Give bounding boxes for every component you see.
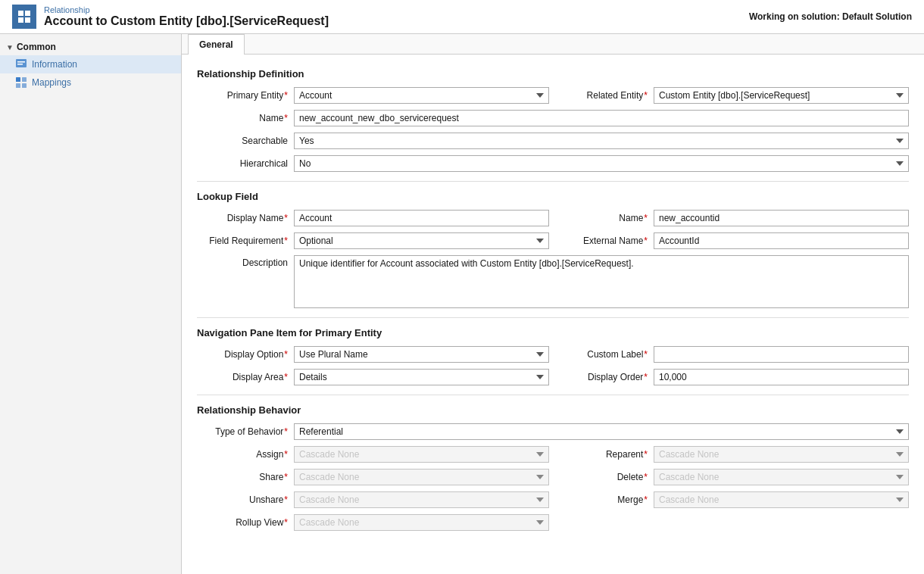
- display-area-col: Display Area* Details: [197, 369, 549, 385]
- unshare-select[interactable]: Cascade None: [294, 491, 549, 508]
- description-textarea[interactable]: Unique identifier for Account associated…: [294, 255, 909, 308]
- share-delete-row: Share* Cascade None Delete*: [197, 469, 909, 485]
- display-area-select[interactable]: Details: [294, 369, 549, 385]
- sidebar-item-information[interactable]: Information: [0, 55, 181, 73]
- delete-col: Delete* Cascade None: [557, 469, 909, 485]
- svg-rect-0: [18, 11, 23, 16]
- delete-label: Delete*: [557, 472, 648, 482]
- display-order-control: [654, 369, 909, 385]
- header-left: Relationship Account to Custom Entity [d…: [12, 5, 329, 29]
- lookup-name-control: [654, 210, 909, 226]
- lookup-name-col: Name*: [557, 210, 909, 226]
- display-name-input[interactable]: [294, 210, 549, 226]
- external-name-col: External Name*: [557, 232, 909, 249]
- custom-label-control: [654, 346, 909, 363]
- display-option-label: Display Option*: [197, 349, 288, 360]
- assign-label: Assign*: [197, 449, 288, 460]
- lookup-name-input[interactable]: [654, 210, 909, 226]
- unshare-col: Unshare* Cascade None: [197, 491, 549, 508]
- sidebar-section-header: ▼ Common: [0, 37, 181, 55]
- svg-rect-10: [22, 83, 27, 88]
- merge-label: Merge*: [557, 494, 648, 505]
- sidebar: ▼ Common Information Mappings: [0, 34, 182, 574]
- primary-entity-label: Primary Entity*: [197, 90, 288, 101]
- assign-reparent-row: Assign* Cascade None Reparent*: [197, 446, 909, 463]
- type-of-behavior-row: Type of Behavior* Referential: [197, 423, 909, 440]
- merge-col: Merge* Cascade None: [557, 491, 909, 508]
- related-entity-label: Related Entity*: [557, 90, 648, 101]
- unshare-merge-row: Unshare* Cascade None Merge*: [197, 491, 909, 508]
- primary-entity-select[interactable]: Account: [294, 87, 549, 104]
- display-option-col: Display Option* Use Plural Name: [197, 346, 549, 363]
- svg-rect-3: [25, 17, 30, 23]
- mappings-icon: [15, 76, 27, 89]
- lookup-name-label: Name*: [557, 213, 648, 223]
- name-input[interactable]: [294, 110, 909, 126]
- hierarchical-select[interactable]: No: [294, 155, 909, 172]
- primary-entity-col: Primary Entity* Account: [197, 87, 549, 104]
- description-label: Description: [197, 255, 288, 268]
- delete-control: Cascade None: [654, 469, 909, 485]
- merge-select[interactable]: Cascade None: [654, 491, 909, 508]
- display-option-custom-label-row: Display Option* Use Plural Name Custom L…: [197, 346, 909, 363]
- lookup-field-title: Lookup Field: [197, 191, 909, 202]
- display-area-label: Display Area*: [197, 372, 288, 382]
- delete-select[interactable]: Cascade None: [654, 469, 909, 485]
- svg-rect-6: [17, 64, 23, 65]
- solution-label: Working on solution: Default Solution: [749, 11, 912, 22]
- field-req-external-row: Field Requirement* Optional External Nam…: [197, 232, 909, 249]
- field-requirement-col: Field Requirement* Optional: [197, 232, 549, 249]
- navigation-pane-title: Navigation Pane Item for Primary Entity: [197, 327, 909, 338]
- share-select[interactable]: Cascade None: [294, 469, 549, 485]
- type-of-behavior-label: Type of Behavior*: [197, 426, 288, 437]
- external-name-control: [654, 232, 909, 249]
- display-option-select[interactable]: Use Plural Name: [294, 346, 549, 363]
- assign-col: Assign* Cascade None: [197, 446, 549, 463]
- share-label: Share*: [197, 472, 288, 482]
- display-name-control: [294, 210, 549, 226]
- sidebar-item-mappings-label: Mappings: [32, 77, 71, 88]
- custom-label-label: Custom Label*: [557, 349, 648, 360]
- field-requirement-control: Optional: [294, 232, 549, 249]
- display-order-input[interactable]: [654, 369, 909, 385]
- searchable-select[interactable]: Yes: [294, 133, 909, 149]
- name-row: Name*: [197, 110, 909, 126]
- svg-rect-4: [16, 59, 27, 67]
- sidebar-section-title: Common: [17, 42, 56, 52]
- form-content: Relationship Definition Primary Entity* …: [182, 55, 924, 546]
- primary-entity-control: Account: [294, 87, 549, 104]
- name-label: Name*: [197, 113, 288, 123]
- main-content: General Relationship Definition Primary …: [182, 34, 924, 574]
- reparent-select[interactable]: Cascade None: [654, 446, 909, 463]
- tab-bar: General: [182, 34, 924, 55]
- app-header: Relationship Account to Custom Entity [d…: [0, 0, 924, 34]
- external-name-input[interactable]: [654, 232, 909, 249]
- tab-general[interactable]: General: [188, 34, 245, 55]
- reparent-control: Cascade None: [654, 446, 909, 463]
- reparent-col: Reparent* Cascade None: [557, 446, 909, 463]
- sidebar-item-mappings[interactable]: Mappings: [0, 73, 181, 92]
- primary-related-entity-row: Primary Entity* Account Related Entity*: [197, 87, 909, 104]
- svg-rect-8: [22, 77, 27, 82]
- related-entity-select[interactable]: Custom Entity [dbo].[ServiceRequest]: [654, 87, 909, 104]
- display-area-control: Details: [294, 369, 549, 385]
- share-control: Cascade None: [294, 469, 549, 485]
- display-option-control: Use Plural Name: [294, 346, 549, 363]
- hierarchical-row: Hierarchical No: [197, 155, 909, 172]
- hierarchical-label: Hierarchical: [197, 158, 288, 169]
- field-requirement-label: Field Requirement*: [197, 236, 288, 246]
- custom-label-input[interactable]: [654, 346, 909, 363]
- searchable-row: Searchable Yes: [197, 133, 909, 149]
- rollup-view-label: Rollup View*: [197, 517, 288, 528]
- assign-select[interactable]: Cascade None: [294, 446, 549, 463]
- svg-rect-1: [25, 11, 30, 16]
- description-row: Description Unique identifier for Accoun…: [197, 255, 909, 308]
- rollup-view-select[interactable]: Cascade None: [294, 514, 549, 531]
- related-entity-col: Related Entity* Custom Entity [dbo].[Ser…: [557, 87, 909, 104]
- information-icon: [15, 58, 27, 70]
- display-name-label: Display Name*: [197, 213, 288, 223]
- display-order-label: Display Order*: [557, 372, 648, 382]
- field-requirement-select[interactable]: Optional: [294, 232, 549, 249]
- header-main-title: Account to Custom Entity [dbo].[ServiceR…: [44, 14, 329, 28]
- type-of-behavior-select[interactable]: Referential: [294, 423, 909, 440]
